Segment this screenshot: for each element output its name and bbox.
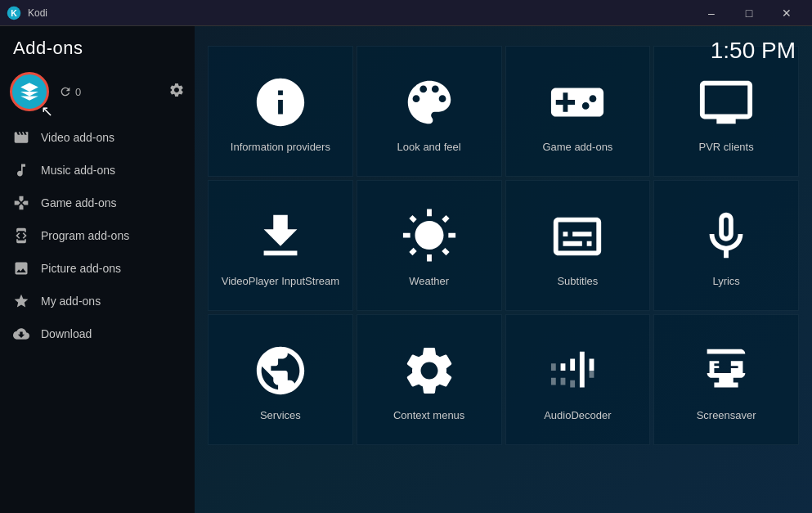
grid-item-label: Screensaver (697, 409, 756, 421)
titlebar-controls: – □ ✕ (693, 0, 805, 26)
grid-item-label: Look and feel (397, 141, 461, 153)
time-display: 1:50 PM (711, 38, 796, 64)
titlebar: K Kodi – □ ✕ (0, 0, 812, 26)
globe-icon (252, 342, 309, 399)
upload-box-icon (252, 208, 309, 265)
tv-icon (698, 74, 755, 131)
gear-icon (168, 82, 185, 98)
gamecontroller-icon (549, 74, 606, 131)
minimize-button[interactable]: – (693, 0, 730, 26)
sidebar: Add-ons ↖ 0 (0, 26, 195, 513)
sidebar-item-picture-addons[interactable]: Picture add-ons (0, 252, 195, 285)
page-title: Add-ons (0, 26, 195, 65)
sidebar-item-program-addons[interactable]: Program add-ons (0, 219, 195, 252)
sidebar-label: Download (41, 327, 92, 340)
microphone-icon (698, 208, 755, 265)
grid-item-information-providers[interactable]: Information providers (208, 46, 353, 177)
settings-large-icon (401, 342, 458, 399)
addon-icon-button[interactable]: ↖ (10, 72, 49, 111)
grid-item-subtitles[interactable]: Subtitles (505, 180, 651, 311)
grid-item-screensaver[interactable]: Screensaver (653, 314, 799, 445)
grid-item-label: Game add-ons (542, 141, 612, 153)
addon-layers-icon (19, 81, 40, 102)
svg-text:K: K (11, 7, 17, 17)
refresh-button[interactable]: 0 (59, 85, 81, 98)
screensaver-icon (698, 342, 755, 399)
grid-item-game-addons[interactable]: Game add-ons (505, 46, 651, 177)
sidebar-item-my-addons[interactable]: My add-ons (0, 285, 195, 317)
sidebar-item-download[interactable]: Download (0, 317, 195, 350)
kodi-logo-icon: K (7, 6, 21, 20)
sidebar-label: Program add-ons (41, 229, 129, 242)
sidebar-label: Picture add-ons (41, 262, 121, 275)
sidebar-item-music-addons[interactable]: Music add-ons (0, 154, 195, 187)
grid-item-audiodecoder[interactable]: AudioDecoder (505, 314, 651, 445)
grid-item-look-and-feel[interactable]: Look and feel (357, 46, 502, 177)
grid-item-weather[interactable]: Weather (357, 180, 502, 311)
addon-grid: Information providers Look and feel Game… (208, 46, 799, 445)
titlebar-left: K Kodi (7, 6, 47, 20)
maximize-button[interactable]: □ (730, 0, 768, 26)
download-icon (13, 326, 29, 342)
refresh-icon (59, 85, 72, 98)
star-icon (13, 293, 29, 309)
cursor-indicator: ↖ (41, 102, 53, 120)
titlebar-title: Kodi (28, 7, 47, 19)
info-circle-icon (252, 74, 309, 131)
grid-item-label: Weather (409, 275, 449, 287)
grid-item-label: Subtitles (557, 275, 598, 287)
picture-icon (13, 260, 29, 277)
sidebar-icon-bar: ↖ 0 (0, 65, 195, 121)
program-icon (13, 227, 29, 244)
sidebar-label: Game add-ons (41, 196, 117, 209)
grid-item-lyrics[interactable]: Lyrics (653, 180, 799, 311)
content-area: 1:50 PM Information providers Look and f… (195, 26, 812, 513)
film-icon (13, 129, 29, 146)
grid-item-services[interactable]: Services (208, 314, 353, 445)
weather-icon (401, 208, 458, 265)
grid-item-label: PVR clients (699, 141, 754, 153)
subtitles-icon (549, 208, 606, 265)
grid-item-label: VideoPlayer InputStream (222, 275, 339, 287)
close-button[interactable]: ✕ (768, 0, 805, 26)
grid-item-pvr-clients[interactable]: PVR clients (653, 46, 799, 177)
sidebar-label: Music add-ons (41, 164, 115, 177)
palette-icon (401, 74, 458, 131)
gamepad-icon (13, 195, 29, 211)
grid-item-context-menus[interactable]: Context menus (357, 314, 502, 445)
main-layout: Add-ons ↖ 0 (0, 26, 812, 513)
sidebar-label: My add-ons (41, 295, 101, 308)
grid-item-videoplayer-inputstream[interactable]: VideoPlayer InputStream (208, 180, 353, 311)
sidebar-item-video-addons[interactable]: Video add-ons (0, 121, 195, 154)
waveform-icon (549, 342, 606, 399)
refresh-count: 0 (75, 86, 81, 98)
grid-item-label: Context menus (393, 409, 464, 421)
grid-item-label: AudioDecoder (544, 409, 611, 421)
sidebar-label: Video add-ons (41, 131, 114, 144)
grid-item-label: Services (260, 409, 301, 421)
settings-button[interactable] (168, 82, 185, 102)
music-icon (13, 162, 29, 178)
grid-item-label: Information providers (231, 141, 330, 153)
sidebar-item-game-addons[interactable]: Game add-ons (0, 187, 195, 219)
grid-item-label: Lyrics (712, 275, 739, 287)
